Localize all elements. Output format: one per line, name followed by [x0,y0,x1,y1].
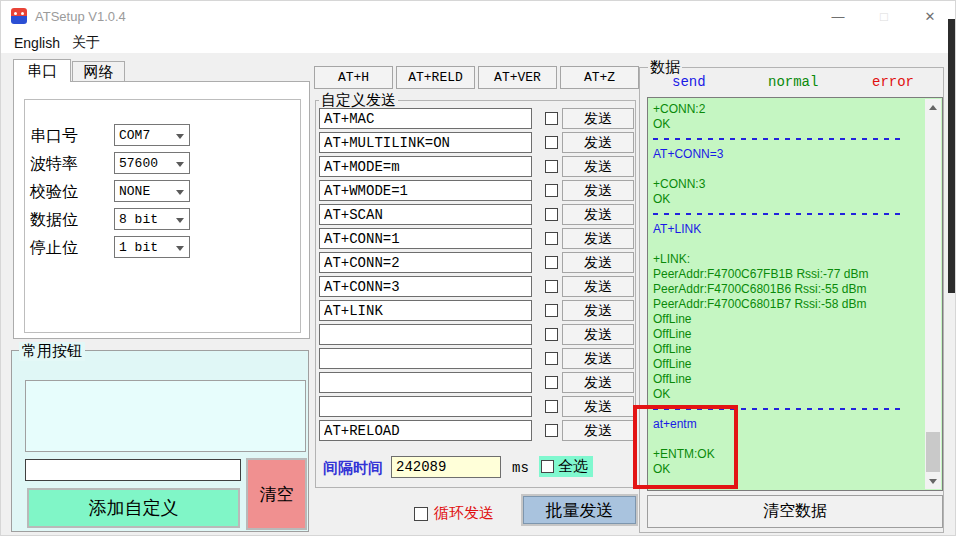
at-command-input[interactable] [319,420,532,441]
common-buttons-list[interactable] [25,380,306,452]
atsetup-window: ATSetup V1.0.4 — □ ✕ English 关于 串口 网络 串口… [0,0,956,536]
chevron-down-icon [176,162,184,167]
combobox-value: 57600 [119,156,158,171]
field-combobox[interactable]: 1 bit [114,236,190,258]
at-command-input[interactable] [319,348,532,369]
log-line: PeerAddr:F4700C6801B7 Rssi:-58 dBm [653,297,922,312]
log-line: PeerAddr:F4700C67FB1B Rssi:-77 dBm [653,267,922,282]
scrollbar-thumb[interactable] [926,432,940,472]
quick-command-button[interactable]: AT+VER [478,66,557,89]
log-line: OK [653,192,922,207]
common-buttons-title: 常用按钮 [19,342,85,361]
send-button[interactable]: 发送 [562,420,634,441]
quick-command-button[interactable]: AT+H [314,66,393,89]
at-command-input[interactable] [319,396,532,417]
custom-send-row: 发送 [319,300,633,324]
row-checkbox[interactable] [545,256,558,269]
loop-send-checkbox[interactable] [414,507,428,521]
close-button[interactable]: ✕ [913,1,947,31]
at-command-input[interactable] [319,180,532,201]
field-combobox[interactable]: NONE [114,180,190,202]
row-checkbox[interactable] [545,136,558,149]
serial-field-row: 停止位 1 bit [30,236,200,258]
field-label: 停止位 [30,238,78,259]
log-line: OffLine [653,342,922,357]
at-command-input[interactable] [319,108,532,129]
field-combobox[interactable]: 8 bit [114,208,190,230]
row-checkbox[interactable] [545,424,558,437]
clear-data-button[interactable]: 清空数据 [647,495,943,528]
send-button[interactable]: 发送 [562,156,634,177]
at-command-input[interactable] [319,156,532,177]
tab-serial[interactable]: 串口 [13,59,71,82]
tab-network[interactable]: 网络 [72,61,125,82]
at-command-input[interactable] [319,132,532,153]
row-checkbox[interactable] [545,112,558,125]
at-command-input[interactable] [319,372,532,393]
send-button[interactable]: 发送 [562,252,634,273]
custom-send-row: 发送 [319,108,633,132]
send-button[interactable]: 发送 [562,300,634,321]
field-combobox[interactable]: 57600 [114,152,190,174]
send-button[interactable]: 发送 [562,348,634,369]
background-window-sliver [948,19,956,293]
at-command-input[interactable] [319,228,532,249]
send-button[interactable]: 发送 [562,108,634,129]
scroll-down-icon[interactable] [925,473,941,489]
log-line: OffLine [653,372,922,387]
send-button[interactable]: 发送 [562,132,634,153]
log-line: AT+LINK [653,222,922,237]
row-checkbox[interactable] [545,376,558,389]
add-custom-button[interactable]: 添加自定义 [27,488,240,528]
at-command-input[interactable] [319,324,532,345]
at-command-input[interactable] [319,204,532,225]
serial-field-row: 波特率 57600 [30,152,200,174]
send-button[interactable]: 发送 [562,180,634,201]
send-button[interactable]: 发送 [562,396,634,417]
row-checkbox[interactable] [545,328,558,341]
row-checkbox[interactable] [545,280,558,293]
combobox-value: COM7 [119,128,150,143]
serial-fields: 串口号 COM7 波特率 57600 校验位 [30,124,200,264]
log-scrollbar[interactable] [925,99,941,489]
send-button[interactable]: 发送 [562,324,634,345]
interval-input[interactable] [391,456,501,478]
row-checkbox[interactable] [545,160,558,173]
custom-send-row: 发送 [319,348,633,372]
common-buttons-group: 常用按钮 添加自定义 清空 [11,350,309,532]
quick-command-button[interactable]: AT+Z [560,66,639,89]
clear-common-button[interactable]: 清空 [246,458,307,530]
field-combobox[interactable]: COM7 [114,124,190,146]
scroll-up-icon[interactable] [925,99,941,115]
row-checkbox[interactable] [545,400,558,413]
row-checkbox[interactable] [545,208,558,221]
row-checkbox[interactable] [545,352,558,365]
menu-english[interactable]: English [14,33,60,52]
at-command-input[interactable] [319,300,532,321]
quick-command-button[interactable]: AT+RELD [396,66,475,89]
menu-about[interactable]: 关于 [72,33,100,52]
legend-send: send [672,74,706,90]
loop-send-label: 循环发送 [434,504,494,523]
minimize-button[interactable]: — [821,1,855,31]
field-label: 串口号 [30,126,78,147]
maximize-button[interactable]: □ [867,1,901,31]
send-button[interactable]: 发送 [562,372,634,393]
field-label: 校验位 [30,182,78,203]
at-command-input[interactable] [319,252,532,273]
custom-command-input[interactable] [25,459,241,481]
log-line: +CONN:2 [653,102,922,117]
row-checkbox[interactable] [545,184,558,197]
app-icon [11,8,27,24]
row-checkbox[interactable] [545,304,558,317]
custom-send-row: 发送 [319,156,633,180]
batch-send-button[interactable]: 批量发送 [521,494,638,526]
send-button[interactable]: 发送 [562,204,634,225]
send-button[interactable]: 发送 [562,228,634,249]
log-line: OK [653,117,922,132]
row-checkbox[interactable] [545,232,558,245]
serial-tab-page: 串口号 COM7 波特率 57600 校验位 [13,81,310,339]
send-button[interactable]: 发送 [562,276,634,297]
select-all-checkbox[interactable] [541,460,554,473]
at-command-input[interactable] [319,276,532,297]
